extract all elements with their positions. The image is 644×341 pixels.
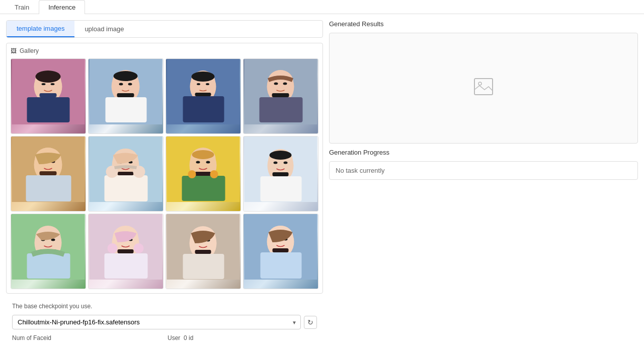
svg-rect-69 — [27, 253, 70, 279]
tab-train[interactable]: Train — [5, 0, 39, 14]
svg-point-79 — [108, 243, 118, 253]
svg-point-96 — [478, 82, 481, 85]
gallery-item-label: ./model_data/traini... — [11, 133, 86, 134]
no-task-text: No task currently — [336, 167, 385, 174]
progress-box: No task currently — [329, 161, 638, 180]
svg-rect-12 — [106, 97, 147, 122]
gallery-item[interactable]: ./model_data/traini... — [166, 58, 241, 134]
right-panel: Generated Results Generation Progress No… — [329, 20, 638, 341]
gallery-item-label: ./model_data/infer_... — [11, 289, 86, 289]
gallery-panel: 🖼 Gallery — [6, 43, 323, 294]
faceid-row: Num of Faceid 1 2 3 4 ▼ — [12, 334, 317, 341]
svg-point-26 — [268, 70, 293, 92]
gallery-item[interactable]: ./model_data/infer_... — [243, 214, 318, 289]
user0-id-label: User_0 id — [168, 334, 317, 341]
svg-point-23 — [192, 72, 215, 82]
image-placeholder-icon — [473, 78, 494, 99]
svg-rect-75 — [118, 249, 134, 253]
gallery-item[interactable]: ./model_data/traini... — [11, 58, 86, 134]
tab-upload-image[interactable]: upload image — [74, 21, 134, 37]
main-layout: template images upload image 🖼 Gallery — [0, 14, 644, 341]
gallery-item[interactable]: ./model_data/infer_... — [166, 136, 241, 212]
svg-point-22 — [206, 83, 209, 85]
svg-point-29 — [274, 83, 278, 85]
checkpoint-label: The base checkpoint you use. — [12, 303, 317, 310]
svg-point-62 — [274, 162, 278, 164]
svg-rect-76 — [105, 253, 148, 279]
tab-inference[interactable]: Inference — [39, 0, 85, 14]
checkpoint-row: Chilloutmix-Ni-pruned-fp16-fix.safetenso… — [12, 315, 317, 329]
checkpoint-select-wrapper: Chilloutmix-Ni-pruned-fp16-fix.safetenso… — [12, 315, 301, 329]
left-panel: template images upload image 🖼 Gallery — [6, 20, 323, 341]
svg-point-52 — [196, 161, 200, 164]
gallery-item-label: ./model_data/infer_... — [89, 211, 163, 212]
gallery-item-label: ./model_data/infer_... — [11, 211, 86, 212]
gallery-grid: ./model_data/traini... — [11, 58, 318, 289]
inner-tab-bar: template images upload image — [6, 20, 323, 38]
gallery-item[interactable]: ./model_data/infer_... — [243, 136, 318, 212]
svg-rect-19 — [195, 93, 211, 96]
gallery-item[interactable]: ./model_data/infer_... — [88, 136, 164, 212]
svg-rect-85 — [183, 254, 224, 279]
generated-image-box — [329, 33, 638, 144]
gallery-item-label: ./model_data/traini... — [244, 133, 318, 134]
svg-rect-51 — [182, 176, 225, 201]
top-tab-bar: Train Inference — [0, 0, 644, 14]
gallery-item-label: ./model_data/infer_... — [166, 211, 240, 212]
num-faceid-label: Num of Faceid — [12, 334, 162, 341]
svg-point-53 — [206, 161, 210, 164]
svg-point-63 — [284, 162, 288, 164]
gallery-item-label: ./model_data/traini... — [89, 133, 163, 134]
svg-rect-84 — [195, 250, 211, 254]
svg-rect-35 — [26, 175, 71, 201]
svg-point-64 — [270, 151, 292, 160]
svg-point-30 — [283, 83, 287, 85]
svg-rect-60 — [273, 172, 289, 176]
svg-point-56 — [210, 170, 218, 178]
svg-point-21 — [197, 83, 200, 85]
num-faceid-group: Num of Faceid 1 2 3 4 ▼ — [12, 334, 162, 341]
gallery-item[interactable]: ./model_data/infer_... — [88, 214, 164, 289]
gallery-item-label: ./model_data/infer_... — [244, 289, 318, 289]
svg-point-54 — [192, 150, 214, 159]
gallery-item[interactable]: ./model_data/traini... — [243, 58, 318, 134]
svg-point-15 — [114, 71, 138, 81]
svg-rect-92 — [261, 252, 302, 279]
gallery-item-label: ./model_data/traini... — [166, 133, 240, 134]
tab-template-images[interactable]: template images — [7, 21, 74, 37]
svg-point-7 — [36, 71, 61, 83]
svg-rect-41 — [118, 172, 134, 175]
gallery-header: 🖼 Gallery — [11, 47, 318, 54]
gallery-item-label: ./model_data/infer_... — [89, 289, 163, 289]
svg-rect-20 — [183, 96, 224, 122]
svg-point-5 — [42, 83, 46, 85]
generated-results-label: Generated Results — [329, 20, 638, 28]
svg-point-55 — [188, 170, 196, 178]
svg-rect-91 — [273, 248, 289, 252]
svg-rect-34 — [40, 171, 57, 175]
svg-rect-3 — [40, 93, 57, 97]
svg-rect-11 — [117, 93, 134, 97]
gallery-item[interactable]: ./model_data/infer_... — [166, 214, 241, 289]
svg-rect-28 — [260, 97, 303, 122]
svg-point-80 — [134, 243, 144, 253]
svg-rect-42 — [105, 175, 148, 201]
gallery-item[interactable]: ./model_data/infer_... — [11, 136, 86, 212]
user0-id-group: User_0 id none user_0 user_1 ▼ ↻ — [168, 334, 317, 341]
svg-rect-4 — [27, 97, 70, 122]
svg-rect-61 — [261, 176, 302, 201]
svg-point-6 — [51, 83, 55, 85]
gallery-item-label: ./model_data/infer_... — [166, 289, 240, 289]
bottom-controls: The base checkpoint you use. Chilloutmix… — [6, 299, 323, 341]
generation-progress-label: Generation Progress — [329, 149, 638, 156]
checkpoint-refresh-button[interactable]: ↻ — [304, 316, 317, 329]
gallery-icon: 🖼 — [11, 47, 17, 54]
svg-point-14 — [128, 83, 132, 86]
gallery-item[interactable]: ./model_data/infer_... — [11, 214, 86, 289]
checkpoint-select[interactable]: Chilloutmix-Ni-pruned-fp16-fix.safetenso… — [12, 315, 301, 329]
gallery-item[interactable]: ./model_data/traini... — [88, 58, 164, 134]
svg-rect-95 — [474, 79, 493, 95]
svg-point-13 — [119, 83, 123, 86]
gallery-item-label: ./model_data/infer_... — [244, 211, 318, 212]
svg-rect-50 — [195, 172, 211, 176]
